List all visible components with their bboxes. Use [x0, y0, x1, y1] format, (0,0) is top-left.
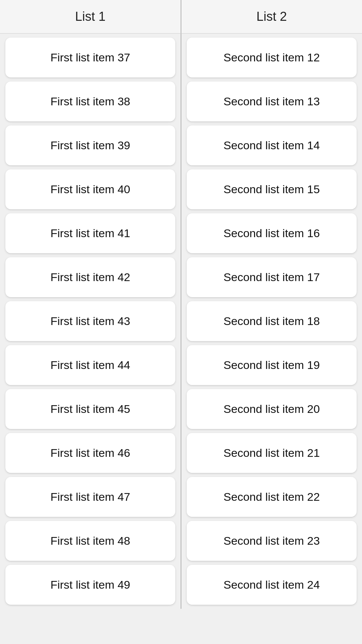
- list-item[interactable]: First list item 43: [5, 301, 175, 341]
- list-item[interactable]: First list item 47: [5, 477, 175, 517]
- list-item[interactable]: Second list item 12: [187, 38, 357, 77]
- list-item[interactable]: First list item 40: [5, 169, 175, 209]
- list1-column: First list item 37First list item 38Firs…: [0, 34, 181, 609]
- list-item[interactable]: Second list item 14: [187, 125, 357, 165]
- list-item[interactable]: First list item 37: [5, 38, 175, 77]
- list-item[interactable]: First list item 45: [5, 389, 175, 429]
- list-item[interactable]: Second list item 13: [187, 82, 357, 121]
- list-item[interactable]: Second list item 17: [187, 257, 357, 297]
- list-item[interactable]: First list item 39: [5, 125, 175, 165]
- list-item[interactable]: Second list item 21: [187, 433, 357, 473]
- header: List 1 List 2: [0, 0, 362, 34]
- list-item[interactable]: Second list item 18: [187, 301, 357, 341]
- list-item[interactable]: Second list item 16: [187, 213, 357, 253]
- list-item[interactable]: Second list item 15: [187, 169, 357, 209]
- list-item[interactable]: Second list item 23: [187, 521, 357, 561]
- list2-header: List 2: [181, 0, 362, 33]
- list-item[interactable]: Second list item 24: [187, 565, 357, 605]
- list-item[interactable]: Second list item 20: [187, 389, 357, 429]
- list-item[interactable]: Second list item 22: [187, 477, 357, 517]
- list2-column: Second list item 12Second list item 13Se…: [181, 34, 362, 609]
- list-item[interactable]: First list item 46: [5, 433, 175, 473]
- list-item[interactable]: First list item 49: [5, 565, 175, 605]
- list-item[interactable]: First list item 44: [5, 345, 175, 385]
- list-item[interactable]: First list item 48: [5, 521, 175, 561]
- list-item[interactable]: First list item 41: [5, 213, 175, 253]
- list1-header: List 1: [0, 0, 181, 33]
- lists-container: First list item 37First list item 38Firs…: [0, 34, 362, 609]
- list-item[interactable]: First list item 42: [5, 257, 175, 297]
- list-item[interactable]: Second list item 19: [187, 345, 357, 385]
- list-item[interactable]: First list item 38: [5, 82, 175, 121]
